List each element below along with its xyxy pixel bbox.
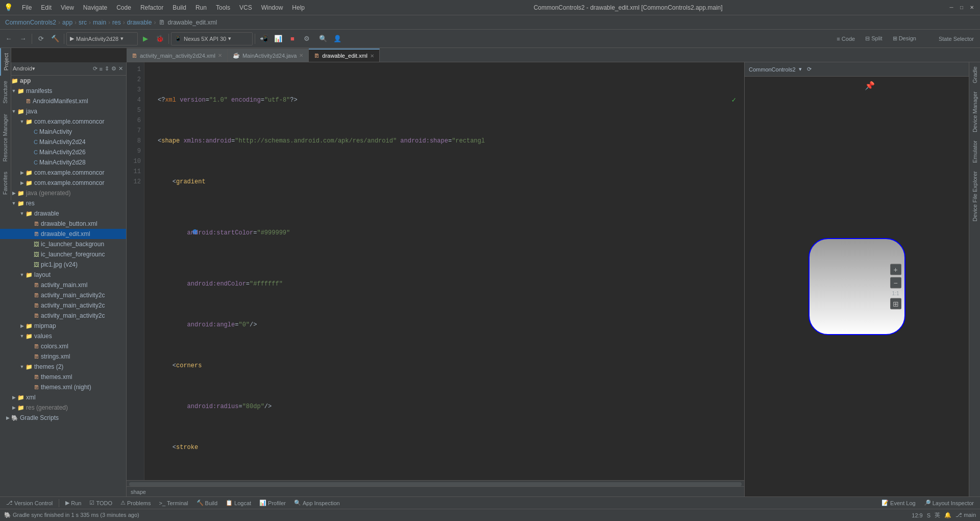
toolbar-account-btn[interactable]: 👤 [331, 32, 344, 45]
tree-item-pkg2[interactable]: ▶ 📁 com.example.commoncor [0, 168, 126, 178]
tree-item-themes-folder[interactable]: ▼ 📁 themes (2) [0, 362, 126, 372]
project-tab[interactable]: Project [0, 48, 11, 76]
view-design-btn[interactable]: ⊞ Design [889, 34, 920, 43]
breadcrumb-res[interactable]: res [112, 19, 121, 26]
tree-item-themes-xml[interactable]: ▶ 🖹 themes.xml [0, 372, 126, 382]
device-dropdown[interactable]: 📱 Nexus 5X API 30 ▾ [171, 32, 253, 45]
menu-edit[interactable]: Edit [37, 3, 56, 12]
menu-build[interactable]: Build [168, 3, 190, 12]
tree-item-mainactivity2d26[interactable]: ▶ C MainActivity2d26 [0, 147, 126, 157]
build-btn[interactable]: 🔨 Build [194, 500, 219, 506]
debug-btn[interactable]: 🐞 [153, 32, 166, 45]
tree-item-java-generated[interactable]: ▶ 📁 java (generated) [0, 188, 126, 198]
cursor-position[interactable]: 12:9 [912, 512, 922, 518]
tab-close-btn[interactable]: ✕ [218, 53, 222, 58]
tab-mainactivity-2d24[interactable]: ☕ MainActivity2d24.java ✕ [228, 49, 309, 62]
tree-item-manifests[interactable]: ▼ 📁 manifests [0, 86, 126, 96]
tree-item-app[interactable]: ▼ 📁 app [0, 76, 126, 86]
tab-close-btn-active[interactable]: ✕ [370, 53, 374, 59]
terminal-btn[interactable]: >_ Terminal [157, 500, 190, 506]
menu-view[interactable]: View [57, 3, 78, 12]
toolbar-profiler-btn[interactable]: 📊 [272, 32, 285, 45]
zoom-fit-button[interactable]: ⊞ [890, 298, 901, 310]
tree-item-gradle-scripts[interactable]: ▶ 🐘 Gradle Scripts [0, 413, 126, 423]
tree-item-xml-folder[interactable]: ▶ 📁 xml [0, 392, 126, 402]
gradle-side-tab[interactable]: Gradle [970, 62, 979, 87]
tree-item-res-generated[interactable]: ▶ 📁 res (generated) [0, 402, 126, 413]
sidebar-sort-icon[interactable]: ≡ [100, 66, 103, 72]
minimize-button[interactable]: ─ [947, 4, 955, 12]
emulator-tab[interactable]: Emulator [970, 136, 979, 167]
toolbar-stop-btn[interactable]: ■ [286, 32, 299, 45]
breadcrumb-commoncontrols2[interactable]: CommonControls2 [5, 19, 56, 26]
view-code-btn[interactable]: ≡ Code [832, 35, 859, 43]
sidebar-settings-icon[interactable]: ⚙ [111, 65, 116, 72]
menu-vcs[interactable]: VCS [235, 3, 256, 12]
menu-file[interactable]: File [18, 3, 36, 12]
tree-item-pkg3[interactable]: ▶ 📁 com.example.commoncor [0, 178, 126, 188]
tree-item-colors[interactable]: ▶ 🖹 colors.xml [0, 341, 126, 351]
structure-tab[interactable]: Structure [0, 76, 11, 109]
tree-item-drawable-edit[interactable]: ▶ 🖹 drawable_edit.xml [0, 229, 126, 239]
tree-item-mainactivity2d28[interactable]: ▶ C MainActivity2d28 [0, 157, 126, 168]
device-file-explorer-tab[interactable]: Device File Explorer [970, 167, 979, 225]
version-control-btn[interactable]: ⎇ Version Control [4, 500, 55, 506]
run-bottom-btn[interactable]: ▶ Run [63, 500, 83, 506]
tree-item-mainactivity2d24[interactable]: ▶ C MainActivity2d24 [0, 137, 126, 147]
layout-inspector-btn[interactable]: 🔎 Layout Inspector [922, 500, 976, 506]
tree-item-res[interactable]: ▼ 📁 res [0, 198, 126, 208]
run-config-dropdown[interactable]: ▶ MainActivity2d28 ▾ [66, 32, 138, 45]
zoom-out-button[interactable]: − [890, 277, 901, 289]
device-manager-tab[interactable]: Device Manager [970, 87, 979, 136]
menu-run[interactable]: Run [191, 3, 211, 12]
toolbar-search-btn[interactable]: 🔍 [316, 32, 330, 45]
toolbar-settings-btn[interactable]: ⚙ [300, 32, 313, 45]
toolbar-sync-btn[interactable]: ⟳ [34, 32, 47, 45]
state-selector-btn[interactable]: State Selector [935, 35, 978, 43]
tree-item-ic-launcher-bg[interactable]: ▶ 🖼 ic_launcher_backgroun [0, 239, 126, 249]
tree-item-mipmap[interactable]: ▶ 📁 mipmap [0, 321, 126, 331]
tree-item-drawable-button[interactable]: ▶ 🖹 drawable_button.xml [0, 219, 126, 229]
menu-tools[interactable]: Tools [212, 3, 234, 12]
logcat-btn[interactable]: 📋 Logcat [224, 500, 253, 506]
tree-item-values[interactable]: ▼ 📁 values [0, 331, 126, 341]
code-editor[interactable]: <?xml version="1.0" encoding="utf-8"?> ✓… [144, 62, 744, 480]
toolbar-avd-btn[interactable]: 📲 [257, 32, 271, 45]
menu-help[interactable]: Help [288, 3, 309, 12]
sidebar-expand-icon[interactable]: ⇕ [105, 65, 109, 72]
breadcrumb-src[interactable]: src [79, 19, 87, 26]
tree-item-activity-main-2c1[interactable]: ▶ 🖹 activity_main_activity2c [0, 290, 126, 300]
maximize-button[interactable]: □ [958, 4, 966, 12]
zoom-in-button[interactable]: + [890, 264, 901, 275]
tree-item-java[interactable]: ▼ 📁 java [0, 106, 126, 116]
tab-activity-main-2d24[interactable]: 🖹 activity_main_activity2d24.xml ✕ [127, 49, 228, 62]
toolbar-back-btn[interactable]: ← [2, 32, 15, 45]
sidebar-sync-icon[interactable]: ⟳ [93, 65, 97, 72]
tree-item-androidmanifest[interactable]: ▶ 🖹 AndroidManifest.xml [0, 96, 126, 106]
tree-item-activity-main-2c3[interactable]: ▶ 🖹 activity_main_activity2c [0, 311, 126, 321]
problems-btn[interactable]: ⚠ Problems [118, 500, 153, 506]
tree-item-drawable[interactable]: ▼ 📁 drawable [0, 208, 126, 219]
tab-drawable-edit[interactable]: 🖹 drawable_edit.xml ✕ [309, 49, 380, 62]
tree-item-activity-main-2c2[interactable]: ▶ 🖹 activity_main_activity2c [0, 300, 126, 311]
menu-navigate[interactable]: Navigate [79, 3, 111, 12]
tree-item-mainactivity[interactable]: ▶ C MainActivity [0, 127, 126, 137]
tree-item-themes-xml-night[interactable]: ▶ 🖹 themes.xml (night) [0, 382, 126, 392]
tab-close-btn[interactable]: ✕ [299, 53, 303, 58]
toolbar-build-btn[interactable]: 🔨 [48, 32, 62, 45]
run-btn[interactable]: ▶ [139, 32, 152, 45]
tree-item-ic-launcher-fg[interactable]: ▶ 🖼 ic_launcher_foregrounc [0, 249, 126, 259]
resource-manager-tab[interactable]: Resource Manager [0, 109, 11, 167]
tree-item-layout[interactable]: ▼ 📁 layout [0, 270, 126, 280]
tree-item-pkg1[interactable]: ▼ 📁 com.example.commoncor [0, 116, 126, 127]
git-branch[interactable]: ⎇ main [955, 512, 976, 518]
app-inspection-btn[interactable]: 🔍 App Inspection [292, 500, 342, 506]
toolbar-forward-btn[interactable]: → [16, 32, 30, 45]
tree-item-pic1[interactable]: ▶ 🖼 pic1.jpg (v24) [0, 259, 126, 270]
close-button[interactable]: ✕ [968, 4, 976, 12]
breadcrumb-app[interactable]: app [62, 19, 72, 26]
menu-code[interactable]: Code [112, 3, 135, 12]
breadcrumb-drawable[interactable]: drawable [127, 19, 152, 26]
profiler-btn[interactable]: 📊 Profiler [257, 500, 288, 506]
event-log-btn[interactable]: 📝 Event Log [879, 500, 918, 506]
